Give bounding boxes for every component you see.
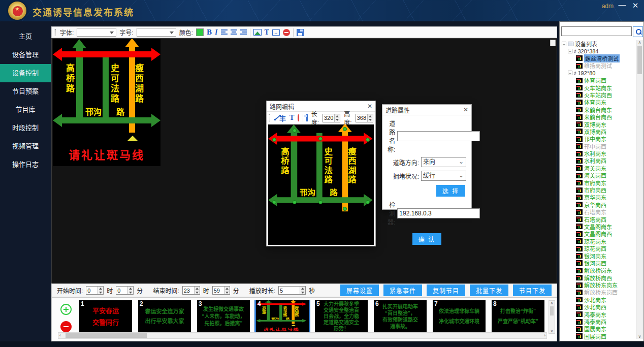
tree-item[interactable]: 银河岗西 [561, 260, 636, 267]
tree-item[interactable]: 文昌阁岗东 [561, 223, 636, 230]
resize-icon[interactable]: ↔ [272, 29, 280, 36]
toolbar-grip[interactable] [54, 29, 56, 36]
height-stepper[interactable]: 368 [356, 114, 373, 122]
control-point[interactable] [366, 138, 370, 142]
props-close-icon[interactable]: ✕ [463, 106, 468, 113]
add-frame-button[interactable] [60, 304, 72, 315]
tree-item[interactable]: 文昌阁岗西 [561, 230, 636, 237]
tree-item[interactable]: 双博岗西 [561, 128, 636, 135]
tree-item[interactable]: 维扬岗测试 [561, 62, 636, 69]
tree-item[interactable]: 解放桥东岗东 [561, 281, 636, 289]
close-icon[interactable]: ✕ [630, 1, 641, 10]
editor-delete-icon[interactable] [298, 114, 299, 121]
action-button[interactable]: 紧急事件 [383, 285, 422, 296]
duration-stepper[interactable]: 5 [278, 286, 306, 295]
program-thumbnail[interactable]: 8打击整治“炸街”严查严惩“机动车” [492, 300, 544, 333]
sidebar-item[interactable]: 节目预案 [0, 82, 51, 101]
tree-item[interactable]: 火车站岗东 [561, 84, 636, 91]
tree-item[interactable]: 石塔岗西 [561, 215, 636, 223]
editor-canvas[interactable]: 高桥路 史可法路 瘦西湖路 邗沟 路 请礼让斑马线 [268, 124, 374, 245]
start-minute-stepper[interactable]: 0 [116, 286, 134, 295]
action-button[interactable]: 复制节目 [427, 285, 465, 296]
tree-item[interactable]: 国展岗西 [561, 333, 636, 340]
insert-image-icon[interactable] [253, 29, 262, 36]
action-button[interactable]: 批量下发 [470, 285, 508, 296]
tree-item[interactable]: 体育岗西 [561, 77, 636, 84]
sidebar-item[interactable]: 节目库 [0, 101, 51, 119]
tree-item[interactable]: 海关岗东 [561, 165, 636, 172]
font-select[interactable] [77, 28, 116, 37]
tree-item[interactable]: 螺丝湾桥测试 [561, 55, 636, 62]
sidebar-item[interactable]: 时段控制 [0, 119, 51, 137]
length-stepper[interactable]: 320 [323, 114, 340, 122]
sidebar-item[interactable]: 设备管理 [0, 46, 51, 64]
control-point[interactable] [272, 138, 276, 142]
tree-item[interactable]: 解放桥岗东 [561, 267, 636, 274]
editor-close-icon[interactable]: ✕ [367, 103, 372, 110]
collapse-icon[interactable]: – [568, 71, 572, 75]
draw-line-icon[interactable] [274, 114, 276, 121]
action-button[interactable]: 节目下发 [513, 285, 552, 296]
program-thumbnail[interactable]: 7依法治理非标车辆净化城市交通环境 [433, 300, 486, 333]
tree-item[interactable]: 解放桥东岗西 [561, 289, 636, 296]
tree-item[interactable]: 水利岗东 [561, 150, 636, 157]
tree-item[interactable]: 来鹤台岗西 [561, 113, 636, 120]
align-left-icon[interactable] [221, 29, 228, 35]
props-title-bar[interactable]: 道路属性 ✕ [382, 105, 471, 115]
sidebar-item[interactable]: 设备控制 [0, 64, 51, 82]
text-tool-icon[interactable]: T [265, 28, 269, 37]
tree-item[interactable]: 市府岗东 [561, 179, 636, 186]
control-point[interactable] [293, 200, 297, 204]
control-point[interactable] [272, 200, 276, 204]
tree-item[interactable]: 琼花岗西 [561, 245, 636, 252]
sidebar-item[interactable]: 操作日志 [0, 155, 51, 174]
tree-item[interactable]: 邗中岗西 [561, 142, 636, 149]
tree-scrollbar[interactable]: ∧∨ [636, 40, 643, 339]
control-point[interactable] [343, 127, 347, 131]
control-point[interactable] [293, 129, 297, 133]
sign-preview[interactable]: 高桥路 史可法路 瘦西湖路 邗沟 路 请礼让斑马线 [256, 300, 307, 332]
control-point[interactable] [366, 200, 370, 204]
program-thumbnail[interactable]: 2春运安全连万家出行平安靠大家 [138, 300, 191, 333]
tree-item[interactable]: 琼花岗东 [561, 238, 636, 245]
editor-text-tool-icon[interactable]: T [289, 114, 294, 122]
tree-item[interactable]: 海关岗西 [561, 172, 636, 179]
control-point[interactable] [318, 200, 323, 204]
tree-item[interactable]: 沙北岗西 [561, 303, 636, 310]
end-minute-stepper[interactable]: 59 [212, 286, 230, 295]
tree-item[interactable]: 鸿泰岗西 [561, 318, 636, 325]
program-thumbnail[interactable]: 3发生轻微交通事故“人未伤，车能动，先拍照，后撤离” [197, 300, 250, 333]
tree-item[interactable]: 火车站岗西 [561, 91, 636, 99]
editor-save-icon[interactable] [306, 114, 308, 121]
program-thumbnail[interactable]: 5大力开展秋冬季交通安全整治百日会战，全力稳定道路交通安全形势！ [315, 300, 368, 333]
start-hour-stepper[interactable]: 0 [86, 286, 104, 295]
program-thumbnail[interactable]: 4 高桥路 史可法路 瘦西湖路 邗沟 路 请礼让斑马线 [256, 300, 309, 333]
tree-item[interactable]: 京华岗西 [561, 201, 636, 208]
tree-item[interactable]: 市府岗西 [561, 186, 636, 194]
tree-item[interactable]: 京华岗东 [561, 194, 636, 201]
editor-title-bar[interactable]: 路网编辑 ✕ [267, 101, 375, 112]
tree-item[interactable]: 体育岗东 [561, 99, 636, 106]
canvas-scrollbar[interactable] [550, 40, 556, 46]
minimize-icon[interactable]: — [617, 0, 628, 9]
device-search-input[interactable] [561, 26, 632, 36]
tree-item[interactable]: 解放桥岗西 [561, 274, 636, 281]
tree-item[interactable]: 水利岗西 [561, 157, 636, 164]
tree-item[interactable]: 国展岗东 [561, 325, 636, 332]
align-center-icon[interactable] [231, 29, 237, 35]
collapse-icon[interactable]: – [562, 42, 566, 46]
tree-item[interactable]: 银河岗东 [561, 252, 636, 259]
control-point[interactable] [318, 137, 323, 141]
tree-item[interactable]: 双博岗东 [561, 120, 636, 128]
tree-item[interactable]: 邗中岗东 [561, 135, 636, 142]
italic-button[interactable]: I [215, 28, 217, 37]
color-swatch[interactable] [196, 28, 204, 36]
tree-item[interactable]: 石塔岗东 [561, 208, 636, 215]
detector-field[interactable] [397, 208, 480, 218]
congestion-select[interactable]: 缓行 [421, 171, 466, 181]
editor-toolbar-grip[interactable] [269, 114, 270, 121]
end-hour-stepper[interactable]: 23 [182, 286, 200, 295]
logged-in-user[interactable]: adm [602, 3, 614, 10]
save-icon[interactable] [297, 29, 304, 36]
search-icon[interactable] [633, 26, 643, 37]
